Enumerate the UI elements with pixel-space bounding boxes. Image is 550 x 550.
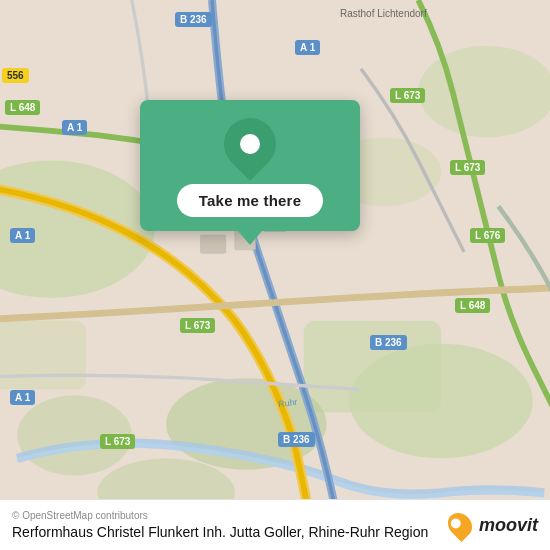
svg-rect-8 (0, 321, 86, 390)
moovit-pin-icon (443, 508, 477, 542)
road-label-556: 556 (2, 68, 29, 83)
svg-rect-13 (201, 235, 226, 253)
place-name: Rerformhaus Christel Flunkert Inh. Jutta… (12, 524, 439, 540)
map-background (0, 0, 550, 550)
road-label-l673-right2: L 673 (450, 160, 485, 175)
road-label-b236-lower: B 236 (370, 335, 407, 350)
location-pin-icon (213, 107, 287, 181)
road-label-l676: L 676 (470, 228, 505, 243)
road-label-l673-right: L 673 (390, 88, 425, 103)
road-label-l673-bottom: L 673 (100, 434, 135, 449)
road-label-b236-bottom: B 236 (278, 432, 315, 447)
road-label-b236-top: B 236 (175, 12, 212, 27)
road-label-a1-mid-left: A 1 (62, 120, 87, 135)
bottom-text-area: © OpenStreetMap contributors Rerformhaus… (12, 510, 439, 540)
svg-point-6 (418, 46, 550, 138)
road-label-l648-left: L 648 (5, 100, 40, 115)
map-label-rasthof: Rasthof Lichtendorf (340, 8, 427, 19)
moovit-brand-text: moovit (479, 515, 538, 536)
bottom-bar: © OpenStreetMap contributors Rerformhaus… (0, 499, 550, 550)
road-label-l648-lower-right: L 648 (455, 298, 490, 313)
take-me-there-button[interactable]: Take me there (177, 184, 323, 217)
location-pin-dot (240, 134, 260, 154)
map-container: B 236 A 1 Rasthof Lichtendorf 556 L 648 … (0, 0, 550, 550)
map-attribution: © OpenStreetMap contributors (12, 510, 439, 521)
road-label-l673-lower: L 673 (180, 318, 215, 333)
road-label-a1-bottom-left: A 1 (10, 390, 35, 405)
popup-card: Take me there (140, 100, 360, 231)
moovit-pin-dot (449, 517, 463, 531)
moovit-logo: moovit (449, 512, 538, 538)
road-label-a1-top: A 1 (295, 40, 320, 55)
road-label-a1-lower-left: A 1 (10, 228, 35, 243)
